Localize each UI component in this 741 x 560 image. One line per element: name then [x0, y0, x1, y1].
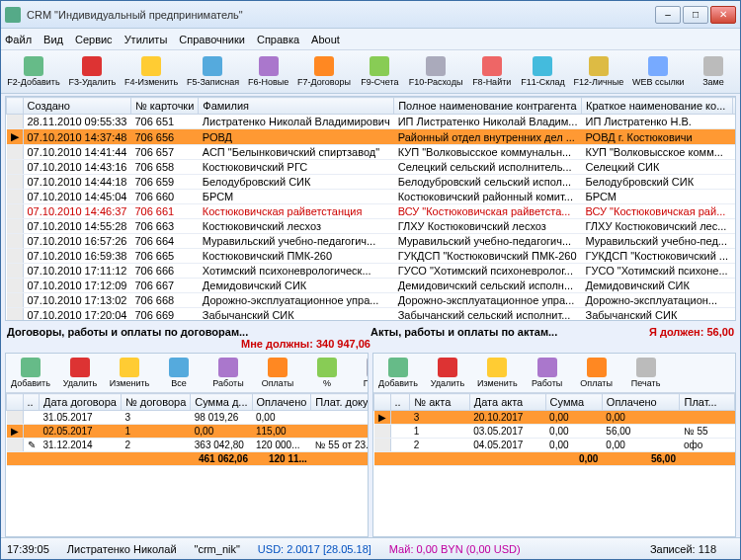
- minimize-button[interactable]: –: [655, 6, 681, 24]
- contracts-title: Договоры, работы и оплаты по договорам..…: [7, 326, 248, 338]
- tb-f7-договоры[interactable]: F7-Договоры: [294, 54, 355, 89]
- table-row[interactable]: 31.05.2017398 019,260,00: [7, 411, 369, 425]
- table-row[interactable]: 07.10.2010 17:11:12706 666Хотимский псих…: [7, 264, 737, 279]
- tb-добавить[interactable]: Добавить: [7, 356, 54, 390]
- tb-f11-склад[interactable]: F11-Склад: [518, 54, 568, 89]
- tb-изменить[interactable]: Изменить: [473, 356, 522, 390]
- tb-f6-новые[interactable]: F6-Новые: [244, 54, 291, 89]
- col-header[interactable]: № акта: [410, 394, 469, 411]
- col-header[interactable]: [7, 394, 24, 411]
- table-row[interactable]: 103.05.20170,0056,00№ 55: [374, 425, 735, 439]
- col-header[interactable]: № карточки: [130, 98, 198, 115]
- acts-pane: ДобавитьУдалитьИзменитьРаботыОплатыПечат…: [372, 353, 736, 537]
- close-button[interactable]: ✕: [710, 6, 736, 24]
- menu-about[interactable]: About: [311, 34, 340, 45]
- tb-работы[interactable]: Работы: [524, 356, 571, 390]
- table-row[interactable]: 07.10.2010 14:45:04706 660БРСМКостюкович…: [7, 190, 737, 204]
- tb-все[interactable]: Все: [155, 356, 203, 390]
- table-row[interactable]: 07.10.2010 14:46:37706 661Костюковичская…: [7, 204, 737, 219]
- col-header[interactable]: [374, 394, 391, 411]
- tb-оплаты[interactable]: Оплаты: [254, 356, 301, 390]
- col-header[interactable]: Фамилия: [199, 98, 394, 115]
- tb-%[interactable]: %: [303, 356, 351, 390]
- tb-f8-найти[interactable]: F8-Найти: [468, 54, 516, 89]
- col-header[interactable]: № договора: [121, 394, 190, 411]
- detail-panes: ДобавитьУдалитьИзменитьВсеРаботыОплаты%П…: [1, 353, 740, 537]
- tb-добавить[interactable]: Добавить: [374, 356, 422, 390]
- печать-icon: [636, 358, 656, 377]
- f8-найти-icon: [482, 56, 502, 76]
- table-row[interactable]: ▶02.05.201710,00115,00: [7, 425, 369, 439]
- menu-справка[interactable]: Справка: [257, 34, 299, 45]
- table-row[interactable]: ▶07.10.2010 14:37:48706 656РОВДРайонный …: [7, 129, 737, 145]
- col-header[interactable]: Сумма: [545, 394, 602, 411]
- table-row[interactable]: 07.10.2010 17:20:04706 669Забычанский СИ…: [7, 308, 737, 322]
- table-row[interactable]: 07.10.2010 17:12:09706 667Демидовичский …: [7, 279, 737, 293]
- оплаты-icon: [587, 358, 607, 377]
- col-header[interactable]: Адрес: [732, 98, 736, 115]
- status-user: Листратенко Николай: [67, 543, 177, 555]
- maximize-button[interactable]: □: [683, 6, 708, 24]
- f6-новые-icon: [259, 56, 279, 76]
- table-row[interactable]: 07.10.2010 16:57:26706 664Муравильский у…: [7, 234, 737, 249]
- menu-сервис[interactable]: Сервис: [75, 34, 113, 45]
- table-row[interactable]: 07.10.2010 14:41:44706 657АСП "Белынкови…: [7, 145, 737, 160]
- tb-печать[interactable]: Печать: [622, 356, 670, 390]
- добавить-icon: [388, 358, 408, 377]
- app-window: CRM "Индивидуальный предприниматель" – □…: [0, 0, 741, 560]
- table-row[interactable]: 28.11.2010 09:55:33706 651Листратенко Ни…: [7, 115, 737, 129]
- tb-удалить[interactable]: Удалить: [56, 356, 104, 390]
- изменить-icon: [487, 358, 507, 377]
- col-header[interactable]: Полное наименование контрагента: [394, 98, 582, 115]
- col-header[interactable]: ..: [23, 394, 40, 411]
- tb-оплаты[interactable]: Оплаты: [573, 356, 620, 390]
- col-header[interactable]: Плат...: [680, 394, 735, 411]
- tb-f2-добавить[interactable]: F2-Добавить: [4, 54, 63, 89]
- tb-f9-счета[interactable]: F9-Счета: [356, 54, 403, 89]
- table-row[interactable]: ▶320.10.20170,000,00: [374, 411, 735, 425]
- f12-личные-icon: [589, 56, 609, 76]
- menu-справочники[interactable]: Справочники: [179, 34, 245, 45]
- menu-файл[interactable]: Файл: [5, 34, 32, 45]
- contracts-grid[interactable]: ..Дата договора№ договораСумма д...Оплач…: [6, 393, 368, 536]
- main-grid[interactable]: Создано№ карточкиФамилияПолное наименова…: [5, 96, 736, 321]
- tb-изменить[interactable]: Изменить: [106, 356, 153, 390]
- tb-удалить[interactable]: Удалить: [424, 356, 471, 390]
- col-header[interactable]: ..: [390, 394, 410, 411]
- table-row[interactable]: 07.10.2010 14:44:18706 659Белодубровский…: [7, 175, 737, 190]
- menu-утилиты[interactable]: Утилиты: [124, 34, 168, 45]
- все-icon: [169, 358, 189, 377]
- table-row[interactable]: 07.10.2010 16:59:38706 665Костюковичский…: [7, 249, 737, 264]
- tb-пения[interactable]: Пения: [353, 356, 368, 390]
- col-header[interactable]: Оплачено: [252, 394, 311, 411]
- tb-web ссылки[interactable]: WEB ссылки: [629, 54, 688, 89]
- table-row[interactable]: 07.10.2010 14:55:28706 663Костюковичский…: [7, 219, 737, 234]
- col-header[interactable]: Сумма д...: [191, 394, 252, 411]
- tb-f10-расходы[interactable]: F10-Расходы: [405, 54, 465, 89]
- table-row[interactable]: ✎31.12.20142363 042,80120 000...№ 55 от …: [7, 439, 369, 452]
- col-header[interactable]: Дата акта: [469, 394, 545, 411]
- f7-договоры-icon: [314, 56, 334, 76]
- table-row[interactable]: 07.10.2010 17:13:02706 668Дорожно-эксплу…: [7, 293, 737, 308]
- col-header[interactable]: Оплачено: [602, 394, 680, 411]
- acts-grid[interactable]: ..№ актаДата актаСуммаОплаченоПлат...▶32…: [373, 393, 735, 536]
- app-icon: [5, 7, 21, 23]
- col-header[interactable]: Краткое наименование ко...: [581, 98, 732, 115]
- tb-f12-личные[interactable]: F12-Личные: [570, 54, 626, 89]
- tb-заме[interactable]: Заме: [690, 54, 737, 89]
- menu-вид[interactable]: Вид: [43, 34, 63, 45]
- tb-работы[interactable]: Работы: [205, 356, 252, 390]
- tb-f5-записная[interactable]: F5-Записная: [184, 54, 243, 89]
- col-header[interactable]: Плат. документ: [311, 394, 368, 411]
- f10-расходы-icon: [426, 56, 446, 76]
- table-row[interactable]: 07.10.2010 14:43:16706 658Костюковичский…: [7, 160, 737, 175]
- col-header[interactable]: Дата договора: [40, 394, 122, 411]
- status-usd: USD: 2.0017 [28.05.18]: [258, 543, 371, 555]
- col-header[interactable]: [7, 98, 24, 115]
- main-toolbar: F2-ДобавитьF3-УдалитьF4-ИзменитьF5-Запис…: [1, 50, 740, 94]
- tb-f4-изменить[interactable]: F4-Изменить: [122, 54, 182, 89]
- col-header[interactable]: Создано: [23, 98, 130, 115]
- tb-f3-удалить[interactable]: F3-Удалить: [65, 54, 120, 89]
- table-row[interactable]: 204.05.20170,000,00офо: [374, 439, 735, 452]
- acts-toolbar: ДобавитьУдалитьИзменитьРаботыОплатыПечат…: [373, 354, 735, 393]
